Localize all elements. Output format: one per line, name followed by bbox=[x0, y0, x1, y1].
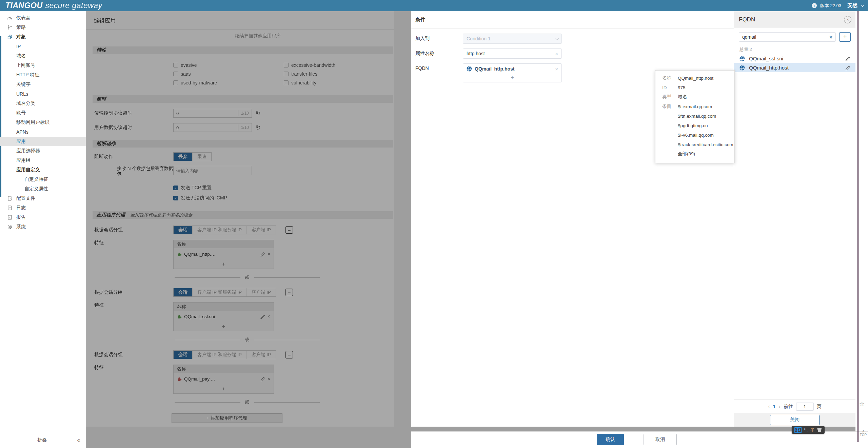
sidebar-item-logs[interactable]: 日志 bbox=[0, 203, 86, 213]
collapse-icon[interactable]: « bbox=[77, 437, 80, 444]
add-feature-button[interactable]: + bbox=[174, 260, 274, 269]
back-to-top[interactable]: ∧ TOP bbox=[859, 429, 868, 437]
ime-toolbar[interactable]: 中 °，半 bbox=[792, 426, 825, 434]
add-app-proxy-button[interactable]: + 添加应用程序代理 bbox=[172, 413, 282, 423]
checkbox-unchecked[interactable] bbox=[284, 72, 289, 76]
sidebar-item-custom-attribute[interactable]: 自定义属性 bbox=[0, 184, 86, 194]
trait-saas[interactable]: saas bbox=[173, 71, 284, 77]
sidebar-item-custom-signature[interactable]: 自定义特征 bbox=[0, 175, 86, 184]
sidebar-item-app-selector[interactable]: 应用选择器 bbox=[0, 146, 86, 156]
remove-group-button[interactable]: − bbox=[285, 351, 293, 358]
user-menu[interactable]: 安然 bbox=[847, 2, 857, 9]
send-icmp-unreachable[interactable]: ✓ 发送无法访问的 ICMP bbox=[173, 195, 394, 201]
remove-feature-icon[interactable]: × bbox=[268, 376, 270, 382]
trait-evasive[interactable]: evasive bbox=[173, 62, 284, 68]
edit-pencil-icon[interactable] bbox=[845, 65, 850, 71]
fqdn-list-item-selected[interactable]: QQmail_http.host bbox=[734, 63, 855, 72]
seg-client-server-ip[interactable]: 客户端 IP 和服务端 IP bbox=[192, 288, 246, 296]
checkbox-checked[interactable]: ✓ bbox=[173, 196, 178, 200]
sidebar-item-system[interactable]: 系统 bbox=[0, 222, 86, 232]
add-fqdn-object-button[interactable]: + bbox=[839, 32, 851, 42]
remove-group-button[interactable]: − bbox=[285, 226, 293, 234]
checkbox-unchecked[interactable] bbox=[173, 63, 178, 67]
sidebar-item-profiles[interactable]: 配置文件 bbox=[0, 194, 86, 203]
ime-chinese-mode-icon[interactable]: 中 bbox=[794, 427, 802, 433]
fqdn-tag[interactable]: QQmail_http.host × bbox=[463, 64, 561, 74]
fqdn-search-input[interactable] bbox=[742, 34, 829, 40]
condition-select[interactable]: Condition 1 bbox=[463, 34, 562, 44]
remove-feature-icon[interactable]: × bbox=[268, 251, 270, 257]
sidebar-item-application[interactable]: 应用 bbox=[0, 137, 86, 146]
checkbox-checked[interactable]: ✓ bbox=[173, 186, 178, 190]
confirm-button[interactable]: 确认 bbox=[597, 434, 624, 445]
sidebar-item-account[interactable]: 账号 bbox=[0, 108, 86, 118]
sidebar-item-app-group[interactable]: 应用组 bbox=[0, 156, 86, 165]
seg-session[interactable]: 会话 bbox=[174, 351, 192, 359]
seg-client-server-ip[interactable]: 客户端 IP 和服务端 IP bbox=[192, 226, 246, 234]
add-feature-button[interactable]: + bbox=[174, 385, 274, 393]
edit-pencil-icon[interactable] bbox=[845, 56, 850, 61]
checkbox-unchecked[interactable] bbox=[173, 72, 178, 76]
remove-fqdn-icon[interactable]: × bbox=[555, 66, 558, 72]
section-timeout: 超时 bbox=[93, 95, 393, 103]
checkbox-unchecked[interactable] bbox=[173, 80, 178, 85]
cancel-button[interactable]: 取消 bbox=[644, 434, 677, 445]
attribute-name-input[interactable] bbox=[467, 51, 555, 56]
send-tcp-reset[interactable]: ✓ 发送 TCP 重置 bbox=[173, 185, 394, 191]
fqdn-list-item[interactable]: QQmail_ssl.sni bbox=[734, 54, 855, 63]
info-icon[interactable]: i bbox=[812, 3, 817, 8]
remove-group-button[interactable]: − bbox=[285, 289, 293, 296]
toggle-drop[interactable]: 丢弃 bbox=[174, 153, 192, 161]
seg-session[interactable]: 会话 bbox=[174, 288, 192, 296]
trait-transfer-files[interactable]: transfer-files bbox=[284, 71, 394, 77]
sidebar-item-dashboard[interactable]: 仪表盘 bbox=[0, 13, 86, 23]
checkbox-unchecked[interactable] bbox=[284, 80, 289, 85]
tooltip-show-all[interactable]: 全部(39) bbox=[678, 151, 695, 157]
trait-vulnerability[interactable]: vulnerability bbox=[284, 80, 394, 86]
sidebar-item-internet-account[interactable]: 上网账号 bbox=[0, 61, 86, 70]
add-feature-button[interactable]: + bbox=[174, 322, 274, 331]
sidebar-item-objects[interactable]: 对象 bbox=[0, 32, 86, 42]
sidebar-item-apns[interactable]: APNs bbox=[0, 127, 86, 137]
checkbox-unchecked[interactable] bbox=[284, 63, 289, 67]
sidebar-item-urls[interactable]: URLs bbox=[0, 89, 86, 99]
close-panel-icon[interactable]: × bbox=[844, 16, 851, 23]
sidebar-item-ip[interactable]: IP bbox=[0, 42, 86, 51]
sidebar-item-keyword[interactable]: 关键字 bbox=[0, 80, 86, 89]
add-fqdn-button[interactable]: + bbox=[463, 74, 561, 81]
goto-page-input[interactable] bbox=[796, 403, 814, 411]
seg-client-server-ip[interactable]: 客户端 IP 和服务端 IP bbox=[192, 351, 246, 359]
next-page-icon[interactable]: › bbox=[778, 404, 780, 410]
seg-session[interactable]: 会话 bbox=[174, 226, 192, 234]
favorite-star-icon[interactable]: ☆ bbox=[859, 400, 865, 408]
current-page[interactable]: 1 bbox=[773, 404, 776, 409]
seg-client-ip[interactable]: 客户端 IP bbox=[246, 351, 276, 359]
tcp-timeout-input[interactable] bbox=[174, 111, 238, 116]
seg-client-ip[interactable]: 客户端 IP bbox=[246, 288, 276, 296]
toggle-rate-limit[interactable]: 限速 bbox=[192, 153, 211, 161]
chevron-down-icon[interactable] bbox=[861, 3, 864, 7]
prev-page-icon[interactable]: ‹ bbox=[768, 404, 770, 410]
udp-timeout-input[interactable] bbox=[174, 125, 238, 130]
sidebar-item-http-signature[interactable]: HTTP 特征 bbox=[0, 70, 86, 80]
trait-used-by-malware[interactable]: used-by-malware bbox=[173, 80, 284, 86]
sidebar-item-policy[interactable]: 策略 bbox=[0, 23, 86, 32]
trait-excessive-bandwidth[interactable]: excessive-bandwidth bbox=[284, 62, 394, 68]
drop-after-n-input[interactable] bbox=[174, 168, 252, 173]
clear-search-icon[interactable]: × bbox=[829, 34, 832, 40]
close-button[interactable]: 关闭 bbox=[770, 415, 820, 425]
sidebar-item-mobile-user-id[interactable]: 移动网用户标识 bbox=[0, 118, 86, 127]
ime-punct-mode[interactable]: °，半 bbox=[804, 427, 814, 433]
sidebar-item-reports[interactable]: 报告 bbox=[0, 213, 86, 222]
sidebar-item-app-custom[interactable]: 应用自定义 bbox=[0, 165, 86, 175]
edit-pencil-icon[interactable] bbox=[260, 376, 265, 382]
remove-feature-icon[interactable]: × bbox=[268, 314, 270, 319]
seg-client-ip[interactable]: 客户端 IP bbox=[246, 226, 276, 234]
edit-pencil-icon[interactable] bbox=[260, 314, 265, 319]
sidebar-collapse[interactable]: 折叠 « bbox=[0, 435, 86, 445]
sidebar-item-domain-category[interactable]: 域名分类 bbox=[0, 99, 86, 108]
ime-skin-icon[interactable] bbox=[817, 428, 822, 432]
edit-pencil-icon[interactable] bbox=[260, 251, 265, 257]
clear-input-icon[interactable]: × bbox=[555, 51, 558, 57]
sidebar-item-domain[interactable]: 域名 bbox=[0, 51, 86, 61]
